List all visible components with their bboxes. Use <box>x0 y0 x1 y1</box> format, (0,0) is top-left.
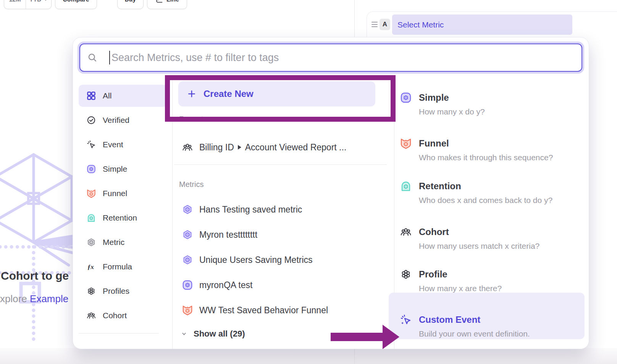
empty-state-subtext: xplore Example <box>0 293 68 305</box>
search-placeholder: Search Metrics, use # to filter to tags <box>111 52 279 64</box>
metric-name: myronQA test <box>199 280 252 290</box>
type-desc: How many users match x criteria? <box>419 242 539 251</box>
chevron-down-icon <box>180 330 188 338</box>
annotation-highlight-box <box>165 75 396 122</box>
type-title: Profile <box>419 268 502 280</box>
filter-profiles[interactable]: Profiles <box>79 279 168 303</box>
type-desc: Who does x and comes back to do y? <box>419 196 552 205</box>
recent-item-cohort: Billing ID <box>199 142 234 153</box>
text-cursor <box>109 51 110 64</box>
metric-name: WW Test Saved Behavior Funnel <box>199 305 328 316</box>
filter-sidebar: All Verified Event <box>79 84 168 333</box>
filter-event[interactable]: Event <box>79 132 168 157</box>
filter-tags[interactable]: Tags <box>79 343 168 349</box>
filter-label: All <box>103 91 111 100</box>
event-cursor-icon <box>86 140 96 150</box>
example-link[interactable]: Example <box>30 293 68 304</box>
section-divider <box>174 164 387 165</box>
sidebar-divider <box>79 333 159 333</box>
filter-label: Event <box>103 140 123 149</box>
type-title: Retention <box>419 180 552 192</box>
drag-handle-icon[interactable] <box>371 22 378 27</box>
filter-label: Verified <box>103 116 129 125</box>
subtext-prefix: xplore <box>0 293 27 304</box>
metric-hexagon-icon <box>86 237 96 247</box>
saved-metric-icon <box>182 229 193 240</box>
metric-name: Unique Users Saving Metrics <box>199 255 313 265</box>
formula-icon: ƒx <box>86 262 96 272</box>
funnel-metric-icon <box>182 304 193 316</box>
chart-type-label: Line <box>166 0 179 3</box>
filter-label: Metric <box>103 238 124 247</box>
type-title: Cohort <box>419 226 539 238</box>
type-simple[interactable]: Simple How many x do y? <box>400 92 485 116</box>
metric-name: Myron testttttttt <box>199 230 257 240</box>
type-profile[interactable]: Profile How many x are there? <box>400 268 502 293</box>
metric-list-item[interactable]: Myron testttttttt <box>182 225 257 245</box>
type-cohort[interactable]: Cohort How many users match x criteria? <box>400 226 539 251</box>
filter-label: Profiles <box>103 287 129 296</box>
cohort-people-icon <box>400 226 412 238</box>
date-range-group: 12M YTD <box>4 0 52 9</box>
type-desc: How many x are there? <box>419 284 502 293</box>
saved-metric-icon <box>182 204 193 215</box>
saved-metric-icon <box>182 254 193 266</box>
compare-label: Compare <box>63 0 89 3</box>
type-desc: Who makes it through this sequence? <box>419 153 553 162</box>
search-icon <box>87 52 98 63</box>
metric-list-item[interactable]: Unique Users Saving Metrics <box>182 250 313 270</box>
filter-funnel[interactable]: Funnel <box>79 181 168 206</box>
line-chart-icon <box>155 0 163 4</box>
type-title: Funnel <box>419 137 553 150</box>
type-funnel[interactable]: Funnel Who makes it through this sequenc… <box>400 137 553 162</box>
metric-list-item[interactable]: myronQA test <box>182 275 252 295</box>
metric-list-item[interactable]: WW Test Saved Behavior Funnel <box>182 300 328 320</box>
simple-metric-icon <box>400 92 412 104</box>
type-retention[interactable]: Retention Who does x and comes back to d… <box>400 180 552 205</box>
compare-button[interactable]: Compare <box>55 0 97 9</box>
filter-verified[interactable]: Verified <box>79 108 168 132</box>
filter-simple[interactable]: Simple <box>79 157 168 181</box>
select-metric-button[interactable]: Select Metric <box>392 14 572 35</box>
filter-cohort[interactable]: Cohort <box>79 303 168 328</box>
retention-metric-icon <box>400 180 412 192</box>
series-a-badge: A <box>380 19 390 30</box>
filter-retention[interactable]: Retention <box>79 206 168 230</box>
bottom-strip <box>0 348 617 364</box>
metric-list-item[interactable]: Hans Testing saved metric <box>182 200 302 219</box>
filter-metric[interactable]: Metric <box>79 230 168 254</box>
search-input[interactable]: Search Metrics, use # to filter to tags <box>79 43 582 72</box>
granularity-label: Day <box>125 0 136 3</box>
simple-metric-icon <box>182 279 193 291</box>
svg-text:ƒx: ƒx <box>87 263 94 271</box>
type-desc: Build your own event definition. <box>419 329 530 338</box>
filter-label: Funnel <box>103 189 127 198</box>
metrics-header: Metrics <box>179 180 204 189</box>
range-12m-button[interactable]: 12M <box>4 0 26 9</box>
profiles-cluster-icon <box>400 268 412 280</box>
chevron-down-icon <box>43 0 48 2</box>
type-title: Simple <box>419 92 485 104</box>
show-all-label: Show all (29) <box>194 329 245 339</box>
filter-label: Simple <box>103 164 127 174</box>
caret-right-icon <box>238 145 241 150</box>
recent-item-name: Account Viewed Report ... <box>245 142 347 153</box>
filter-all[interactable]: All <box>79 85 168 107</box>
annotation-arrow <box>328 322 405 351</box>
grid-icon <box>86 91 96 101</box>
cohort-people-icon <box>86 311 96 321</box>
retention-metric-icon <box>86 213 96 223</box>
range-ytd-button[interactable]: YTD <box>26 0 51 9</box>
chart-type-button[interactable]: Line <box>147 0 187 9</box>
metric-name: Hans Testing saved metric <box>199 205 302 215</box>
show-all-button[interactable]: Show all (29) <box>180 328 245 340</box>
verified-badge-icon <box>86 115 96 125</box>
type-desc: How many x do y? <box>419 107 485 116</box>
type-custom-event[interactable]: Custom Event Build your own event defini… <box>400 314 530 338</box>
filter-label: Formula <box>103 262 132 271</box>
granularity-button[interactable]: Day <box>117 0 144 9</box>
filter-formula[interactable]: ƒx Formula <box>79 254 168 279</box>
cohort-people-icon <box>182 142 193 153</box>
recent-item[interactable]: Billing ID Account Viewed Report ... <box>182 137 346 157</box>
filter-label: Cohort <box>103 311 127 320</box>
